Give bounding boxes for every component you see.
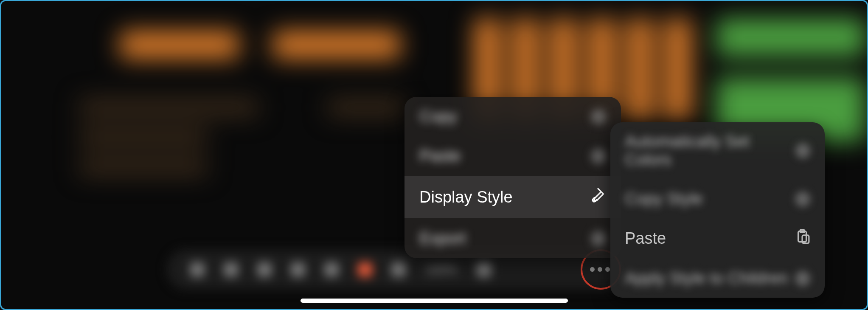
home-indicator[interactable] — [301, 299, 568, 303]
menu-item-copy[interactable]: Copy — [405, 97, 621, 136]
zoom-in-icon[interactable] — [477, 262, 491, 277]
menu-item-paste[interactable]: Paste — [405, 136, 621, 176]
ellipsis-icon: ••• — [589, 260, 612, 279]
copy-style-icon — [795, 192, 810, 207]
tool-icon-color[interactable] — [358, 262, 372, 277]
paste-icon — [591, 149, 606, 164]
menu-item-label: Copy Style — [625, 190, 703, 208]
zoom-out-icon[interactable] — [391, 262, 406, 277]
apply-icon — [795, 271, 810, 286]
tool-icon-1[interactable] — [190, 262, 205, 277]
context-menu: Copy Paste Display Style Export — [405, 97, 621, 258]
menu-item-label: Apply Style to Children — [625, 269, 788, 287]
tool-icon-2[interactable] — [224, 262, 238, 277]
menu-item-display-style[interactable]: Display Style — [405, 176, 621, 218]
tool-icon-3[interactable] — [257, 262, 272, 277]
menu-item-label: Paste — [419, 147, 461, 165]
sparkle-icon — [795, 143, 810, 158]
tool-icon-5[interactable] — [324, 262, 339, 277]
menu-item-label: Paste — [625, 229, 666, 248]
display-style-submenu: Automatically Set Colors Copy Style Past… — [610, 122, 825, 298]
submenu-item-auto-colors[interactable]: Automatically Set Colors — [610, 122, 825, 179]
export-icon — [591, 231, 606, 246]
paintbrush-icon — [589, 187, 606, 208]
menu-item-label: Copy — [419, 107, 457, 126]
submenu-item-paste[interactable]: Paste — [610, 218, 825, 259]
tool-icon-4[interactable] — [291, 262, 305, 277]
menu-item-label: Display Style — [419, 188, 513, 206]
clipboard-icon — [794, 228, 810, 248]
zoom-level[interactable]: 100% — [425, 262, 458, 277]
menu-item-label: Automatically Set Colors — [625, 132, 795, 169]
submenu-item-apply-children[interactable]: Apply Style to Children — [610, 259, 825, 298]
submenu-item-copy-style[interactable]: Copy Style — [610, 179, 825, 218]
menu-item-export[interactable]: Export — [405, 218, 621, 258]
copy-icon — [591, 109, 606, 124]
menu-item-label: Export — [419, 229, 466, 248]
